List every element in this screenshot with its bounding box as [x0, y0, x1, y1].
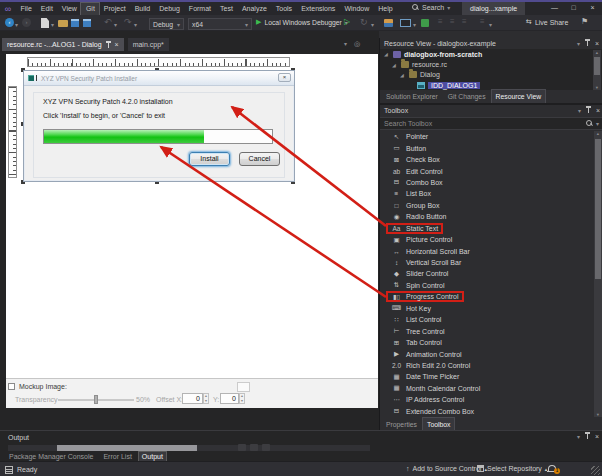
pin-icon[interactable] [106, 41, 111, 48]
scrollbar-thumb[interactable] [57, 445, 197, 451]
toolbox-item[interactable]: ∷ List Control [380, 314, 594, 325]
attach-process-icon[interactable] [384, 19, 393, 27]
menu-item[interactable]: Format [184, 3, 215, 15]
search-control[interactable]: Search [412, 4, 450, 11]
scrollbar-thumb[interactable] [595, 139, 601, 279]
resource-tree-item[interactable]: Dialog [380, 70, 602, 80]
maximize-button[interactable]: □ [564, 2, 583, 15]
toolbox-item[interactable]: ⊢ Tree Control [380, 325, 594, 336]
toolbox-pane-title[interactable]: Toolbox × [380, 105, 602, 116]
toolbox-item[interactable]: ↖ Pointer [380, 131, 594, 142]
resource-view-scrollbar[interactable]: ▴▾ [593, 50, 601, 90]
platform-dropdown[interactable]: x64 [188, 18, 252, 30]
tree-expand-icon[interactable] [400, 72, 406, 78]
close-icon[interactable]: × [595, 40, 599, 47]
new-file-icon[interactable] [41, 18, 49, 28]
menu-item[interactable]: Extensions [297, 3, 340, 15]
toolbox-item[interactable]: 2.0 Rich Edit 2.0 Control [380, 360, 594, 371]
designed-dialog[interactable]: XYZ VPN Security Patch Installer × XYZ V… [23, 70, 295, 182]
chevron-down-icon[interactable] [51, 21, 54, 28]
menu-item[interactable]: Build [130, 3, 155, 15]
panel-tab[interactable]: Error List [100, 452, 134, 461]
menu-item[interactable]: Git [81, 3, 99, 15]
scrollbar-thumb[interactable] [594, 57, 600, 75]
toolbox-item[interactable]: ▦ Date Time Picker [380, 371, 594, 382]
progress-control[interactable] [43, 129, 273, 144]
toolbox-item[interactable]: ⋯ IP Address Control [380, 394, 594, 405]
test-dialog-icon[interactable] [421, 19, 429, 27]
navigate-back-icon[interactable]: ‹ [5, 18, 14, 27]
toolbox-item[interactable]: ⊠ Check Box [380, 154, 594, 165]
toolbox-item[interactable]: ⊞ Tab Control [380, 337, 594, 348]
toolbox-item[interactable]: ↕ Vertical Scroll Bar [380, 257, 594, 268]
pin-icon[interactable] [585, 39, 590, 47]
tree-expand-icon[interactable] [392, 62, 398, 68]
toolbox-item[interactable]: ▶ Animation Control [380, 348, 594, 359]
pane-menu-icon[interactable] [577, 40, 580, 47]
toolbox-item[interactable]: □ Group Box [380, 200, 594, 211]
toolbox-item[interactable]: ⇅ Spin Control [380, 280, 594, 291]
preview-monitor-icon[interactable] [400, 19, 411, 27]
menu-item[interactable]: Test [216, 3, 238, 15]
save-all-icon[interactable] [83, 19, 91, 27]
feedback-icon[interactable]: ⚑ [581, 17, 588, 26]
toolbox-item[interactable]: ◉ Radio Button [380, 211, 594, 222]
menu-item[interactable]: Edit [36, 3, 57, 15]
navigate-forward-icon[interactable]: › [22, 18, 31, 27]
tab-overflow-icon[interactable] [344, 40, 347, 48]
start-without-debugging-icon[interactable]: ▷ [344, 17, 350, 27]
tree-expand-icon[interactable] [384, 51, 390, 57]
live-share-button[interactable]: ⇆ Live Share [526, 18, 568, 26]
resource-tree-item[interactable]: IDD_DIALOG1 [380, 80, 602, 90]
cancel-button[interactable]: Cancel [239, 152, 280, 166]
panel-tab[interactable]: Output [139, 452, 166, 461]
resource-tree-item[interactable]: resource.rc [380, 59, 602, 69]
offset-x-stepper[interactable]: ▲▼ [203, 393, 209, 404]
toolbox-item[interactable]: ⊟ Combo Box [380, 177, 594, 188]
select-repository-button[interactable]: Select Repository ▴ [477, 465, 547, 472]
redo-icon[interactable]: ↷ [124, 17, 132, 27]
toolbox-item[interactable]: ▮▯ Progress Control [380, 291, 594, 302]
chevron-down-icon[interactable] [15, 21, 18, 28]
save-icon[interactable] [71, 19, 79, 27]
toolbox-item[interactable]: ⊟ Extended Combo Box [380, 406, 594, 417]
toolbox-item[interactable]: ≡ List Box [380, 188, 594, 199]
document-options-icon[interactable]: ◎ [354, 40, 360, 48]
mockup-browse-button[interactable] [237, 382, 250, 392]
close-icon[interactable]: × [115, 41, 119, 48]
panel-tab[interactable]: Resource View [492, 90, 546, 103]
toolbox-item[interactable]: ▭ Button [380, 142, 594, 153]
offset-y-stepper[interactable]: ▲▼ [239, 393, 245, 404]
menu-item[interactable]: Help [374, 3, 397, 15]
install-button[interactable]: Install [189, 152, 230, 166]
static-text-line1[interactable]: XYZ VPN Security Patch 4.2.0 installatio… [43, 98, 173, 105]
pin-icon[interactable] [586, 106, 591, 114]
menu-item[interactable]: Debug [155, 3, 185, 15]
hot-reload-icon[interactable]: ↻ [360, 17, 368, 27]
menu-item[interactable]: Project [99, 3, 130, 15]
minimize-button[interactable]: — [545, 2, 564, 15]
toolbox-item[interactable]: ▣ Picture Control [380, 234, 594, 245]
mockup-image-checkbox[interactable] [8, 383, 15, 390]
output-pane-title[interactable]: Output × [0, 431, 602, 443]
toolbox-item[interactable]: ▦ Month Calendar Control [380, 383, 594, 394]
panel-tab[interactable]: Git Changes [444, 90, 490, 103]
pin-icon[interactable] [585, 432, 590, 440]
menu-item[interactable]: Tools [271, 3, 296, 15]
menu-item[interactable]: View [57, 3, 81, 15]
resource-tree-item[interactable]: dialogbox-from-scratch [380, 49, 602, 59]
add-to-source-control-button[interactable]: ↑ Add to Source Control ▴ [406, 465, 487, 472]
editor-tab[interactable]: main.cpp* × [128, 38, 169, 51]
close-icon[interactable]: × [596, 107, 600, 114]
close-icon[interactable]: × [595, 433, 599, 440]
toolbox-item[interactable]: ab Edit Control [380, 165, 594, 176]
menu-item[interactable]: File [16, 3, 36, 15]
toolbox-search-input[interactable]: Search Toolbox [380, 117, 602, 130]
dialog-editor-canvas[interactable]: XYZ VPN Security Patch Installer × XYZ V… [6, 54, 378, 398]
toolbox-item[interactable]: Aa Static Text [380, 223, 594, 234]
menu-item[interactable]: Analyze [237, 3, 271, 15]
panel-tab[interactable]: Solution Explorer [382, 90, 442, 103]
editor-tab[interactable]: resource.rc -...ALOG1 - Dialog × [2, 38, 124, 51]
toolbox-scrollbar[interactable]: ▴▾ [594, 131, 602, 417]
transparency-slider-thumb[interactable] [94, 395, 98, 404]
